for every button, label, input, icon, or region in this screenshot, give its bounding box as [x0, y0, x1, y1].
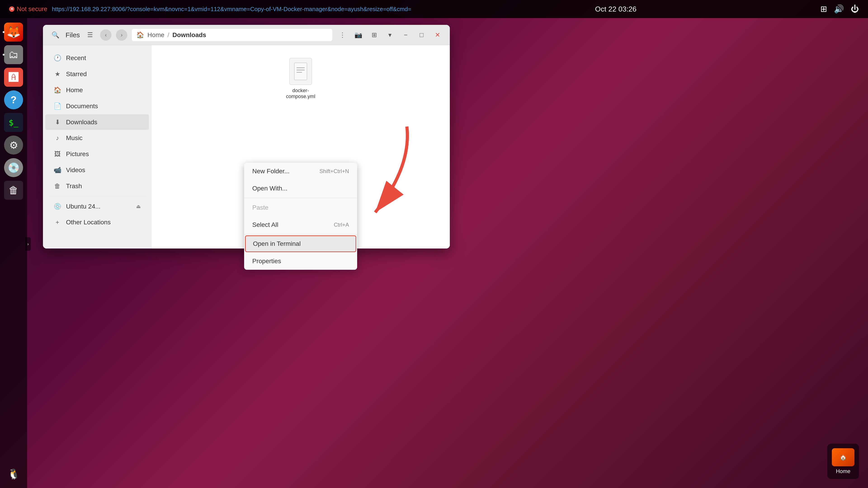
- fm-back-button[interactable]: ‹: [100, 29, 112, 41]
- trash-sidebar-icon: 🗑: [53, 182, 61, 190]
- sidebar-item-recent-label: Recent: [66, 55, 86, 62]
- recent-icon: 🕐: [53, 54, 61, 62]
- fm-sidebar: 🕐 Recent ★ Starred 🏠 Home 📄 Documents ⬇ …: [43, 45, 151, 249]
- sidebar-item-downloads-label: Downloads: [66, 119, 97, 126]
- documents-icon: 📄: [53, 102, 61, 110]
- context-menu-select-all-shortcut: Ctrl+A: [334, 222, 349, 228]
- downloads-icon: ⬇: [53, 119, 61, 126]
- file-name-docker-compose: docker-compose.yml: [283, 88, 319, 99]
- fm-maximize-button[interactable]: □: [416, 29, 427, 41]
- taskbar-firefox[interactable]: 🦊: [4, 23, 23, 41]
- sidebar-item-music[interactable]: ♪ Music: [45, 130, 149, 146]
- fm-window-title: Files: [66, 31, 80, 39]
- fm-home-icon: 🏠: [136, 31, 144, 39]
- fm-breadcrumb-home[interactable]: Home: [147, 31, 164, 39]
- fm-forward-button[interactable]: ›: [116, 29, 127, 41]
- context-menu-open-with[interactable]: Open With...: [244, 180, 357, 197]
- context-menu-new-folder[interactable]: New Folder... Shift+Ctrl+N: [244, 163, 357, 180]
- taskbar-files[interactable]: 🗂: [4, 45, 23, 64]
- taskbar-trash[interactable]: 🗑: [4, 181, 23, 200]
- fm-menu-button[interactable]: ☰: [84, 29, 96, 41]
- sidebar-item-ubuntu[interactable]: 💿 Ubuntu 24... ⏏: [45, 199, 149, 214]
- context-menu-select-all-label: Select All: [252, 221, 278, 228]
- sidebar-item-documents[interactable]: 📄 Documents: [45, 98, 149, 114]
- not-secure-dot: ✕: [9, 6, 14, 12]
- sidebar-item-other-locations-label: Other Locations: [66, 219, 111, 226]
- file-icon-docker-compose: [289, 58, 312, 85]
- context-menu-properties-label: Properties: [252, 258, 281, 265]
- context-menu-select-all[interactable]: Select All Ctrl+A: [244, 216, 357, 233]
- sidebar-item-videos[interactable]: 📹 Videos: [45, 162, 149, 178]
- fm-more-options-button[interactable]: ⋮: [337, 29, 348, 41]
- starred-icon: ★: [53, 70, 61, 78]
- xda-label: Home: [836, 468, 850, 475]
- fm-search-button[interactable]: 🔍: [50, 29, 61, 41]
- top-bar-right: ⊞ 🔊 ⏻: [820, 4, 859, 14]
- network-icon: ⊞: [820, 4, 827, 14]
- sidebar-item-documents-label: Documents: [66, 103, 98, 110]
- sound-icon[interactable]: 🔊: [834, 4, 844, 14]
- top-bar: ✕ Not secure https://192.168.29.227:8006…: [0, 0, 868, 18]
- fm-minimize-button[interactable]: −: [400, 29, 411, 41]
- fm-breadcrumb-separator: /: [167, 31, 169, 39]
- sidebar-item-starred-label: Starred: [66, 70, 87, 78]
- context-menu-new-folder-shortcut: Shift+Ctrl+N: [319, 168, 349, 174]
- fm-view-button[interactable]: ⊞: [368, 29, 380, 41]
- xda-watermark: 🏠 Home: [827, 444, 859, 479]
- pictures-icon: 🖼: [53, 150, 61, 158]
- sidebar-item-pictures-label: Pictures: [66, 151, 89, 158]
- top-bar-left: ✕ Not secure https://192.168.29.227:8006…: [9, 5, 411, 13]
- xda-icon: 🏠: [832, 448, 855, 466]
- home-icon: 🏠: [53, 86, 61, 94]
- taskbar-expand-arrow[interactable]: ›: [25, 237, 31, 251]
- context-menu-new-folder-label: New Folder...: [252, 168, 289, 175]
- sidebar-item-music-label: Music: [66, 134, 83, 142]
- power-icon[interactable]: ⏻: [851, 4, 859, 14]
- file-docker-compose[interactable]: docker-compose.yml: [160, 54, 441, 103]
- fm-close-button[interactable]: ✕: [432, 29, 443, 41]
- context-menu-properties[interactable]: Properties: [244, 253, 357, 270]
- not-secure-label: Not secure: [17, 5, 47, 13]
- sidebar-item-pictures[interactable]: 🖼 Pictures: [45, 146, 149, 162]
- sidebar-item-trash[interactable]: 🗑 Trash: [45, 178, 149, 194]
- sidebar-item-videos-label: Videos: [66, 166, 85, 174]
- taskbar-settings[interactable]: ⚙: [4, 135, 23, 155]
- sidebar-item-home[interactable]: 🏠 Home: [45, 82, 149, 98]
- taskbar-terminal[interactable]: $_: [4, 113, 23, 132]
- fm-view-dropdown-button[interactable]: ▾: [384, 29, 396, 41]
- eject-icon[interactable]: ⏏: [136, 203, 141, 209]
- sidebar-item-home-label: Home: [66, 87, 83, 94]
- fm-breadcrumb-current: Downloads: [173, 31, 206, 39]
- taskbar-appstore[interactable]: 🅰: [4, 68, 23, 87]
- svg-rect-0: [294, 63, 307, 80]
- fm-screenshot-button[interactable]: 📷: [352, 29, 364, 41]
- context-menu-open-terminal[interactable]: Open in Terminal: [245, 235, 356, 252]
- taskbar: 🦊 🗂 🅰 ? $_ ⚙ 💿 🗑 🐧: [0, 18, 27, 488]
- sidebar-item-recent[interactable]: 🕐 Recent: [45, 50, 149, 66]
- videos-icon: 📹: [53, 166, 61, 174]
- context-menu-open-terminal-label: Open in Terminal: [253, 240, 301, 248]
- context-menu: New Folder... Shift+Ctrl+N Open With... …: [244, 163, 357, 270]
- other-locations-icon: +: [53, 219, 61, 226]
- sidebar-item-trash-label: Trash: [66, 183, 82, 190]
- context-menu-paste-label: Paste: [252, 204, 269, 211]
- taskbar-ubuntu[interactable]: 🐧: [4, 464, 23, 484]
- sidebar-item-starred[interactable]: ★ Starred: [45, 66, 149, 82]
- music-icon: ♪: [53, 134, 61, 142]
- taskbar-cd[interactable]: 💿: [4, 158, 23, 177]
- fm-address-bar[interactable]: 🏠 Home / Downloads: [132, 29, 332, 41]
- context-menu-paste[interactable]: Paste: [244, 199, 357, 216]
- not-secure-indicator: ✕ Not secure: [9, 5, 47, 13]
- ubuntu-icon: 💿: [53, 203, 61, 210]
- sidebar-item-downloads[interactable]: ⬇ Downloads: [45, 114, 149, 130]
- datetime-display: Oct 22 03:26: [595, 5, 637, 13]
- url-bar[interactable]: https://192.168.29.227:8006/?console=kvm…: [52, 6, 411, 13]
- sidebar-item-ubuntu-label: Ubuntu 24...: [66, 203, 101, 210]
- fm-titlebar: 🔍 Files ☰ ‹ › 🏠 Home / Downloads ⋮ 📷 ⊞ ▾…: [43, 25, 450, 45]
- taskbar-help[interactable]: ?: [4, 90, 23, 109]
- sidebar-item-other-locations[interactable]: + Other Locations: [45, 215, 149, 230]
- context-menu-open-with-label: Open With...: [252, 185, 287, 192]
